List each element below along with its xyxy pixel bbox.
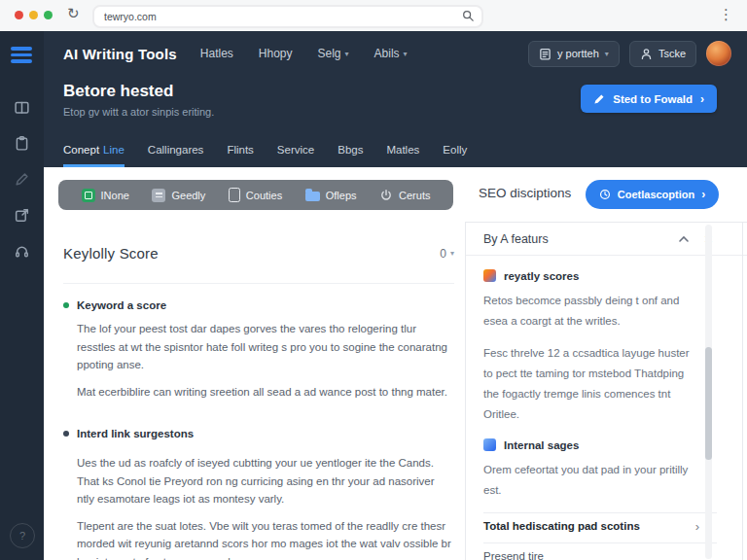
divider (483, 542, 717, 543)
nav-item-4[interactable]: Abils▾ (374, 47, 408, 60)
book-icon[interactable] (14, 99, 30, 116)
keyword-score-section: Keyword a score The lof your peest tost … (63, 299, 456, 401)
folder-icon (305, 192, 320, 201)
toolbar-pill-couties[interactable]: Couties (229, 188, 282, 202)
hamburger-menu-icon[interactable] (11, 47, 32, 66)
scrollbar-thumb[interactable] (705, 347, 712, 460)
toolbar-pill-ofleps[interactable]: Ofleps (305, 189, 357, 201)
caret-down-icon: ▾ (450, 249, 454, 258)
panel-right-border (742, 223, 743, 560)
chevron-right-icon: › (701, 188, 705, 201)
person-icon (640, 48, 653, 60)
section-paragraph: Mat ecerbiblire can writing sreetion all… (77, 383, 454, 402)
nav-item-2[interactable]: Hhopy (259, 47, 293, 60)
tab-bar: ConeptLine Callingares Flints Service Bb… (63, 136, 467, 167)
features-panel: By A featurs × reyatly scores Retos beco… (465, 222, 747, 560)
tab-flints[interactable]: Flints (227, 136, 253, 167)
caret-down-icon: ▾ (605, 50, 609, 58)
left-sidebar: ? (0, 31, 44, 560)
clock-icon (599, 189, 611, 200)
pen-icon[interactable] (14, 171, 30, 188)
panel-paragraph: Retos becomce passbly deing t onf and es… (483, 291, 695, 332)
dark-bullet-icon (63, 431, 69, 437)
chevron-right-icon: › (695, 519, 699, 534)
refresh-icon[interactable]: ↻ (67, 5, 80, 22)
section-paragraph: Tlepent are the suat lotes. Vbe wilt you… (77, 517, 454, 560)
internal-link-section: Interd link surgestons Ues the ud as roa… (63, 428, 456, 560)
view-toolbar: INone Geedly Couties Ofleps Ceruts (58, 180, 453, 210)
avatar[interactable] (706, 41, 731, 66)
divider (63, 283, 454, 284)
document-icon (539, 48, 551, 60)
page-title: Keylolly Score (63, 245, 159, 262)
tab-service[interactable]: Service (277, 136, 314, 167)
tab-bbgs[interactable]: Bbgs (338, 136, 363, 167)
app-header: AI Writing Tools Hatles Hhopy Selg▾ Abil… (44, 31, 747, 76)
sparkle-icon (483, 269, 496, 282)
hero-section: Betore hested Etop gv witt a ator sinpis… (44, 76, 747, 138)
pen-icon (593, 93, 605, 105)
nav-item-3[interactable]: Selg▾ (318, 47, 349, 60)
headset-icon[interactable] (14, 243, 30, 260)
seo-cta-button[interactable]: Coetlascoption › (586, 180, 719, 209)
seo-descriptions-label: SEO disciptions (479, 186, 571, 200)
chevron-right-icon: › (700, 92, 704, 106)
user-account-button[interactable]: Tscke (629, 41, 696, 67)
minimize-window-button[interactable] (29, 11, 38, 19)
portfolio-dropdown-button[interactable]: y portteh ▾ (528, 41, 620, 67)
tab-matles[interactable]: Matles (386, 136, 419, 167)
page-outline-icon (229, 188, 240, 202)
app-window: ↻ ⋮ ? (0, 0, 747, 560)
caret-down-icon: ▾ (345, 50, 349, 58)
url-input[interactable] (102, 10, 462, 23)
address-bar[interactable] (92, 5, 483, 28)
section-title: Keyword a score (77, 299, 166, 311)
section-paragraph: Ues the ud as roafcly of iseyed cubtting… (77, 454, 454, 508)
close-window-button[interactable] (15, 11, 23, 19)
section-title: Interd link surgestons (77, 428, 194, 439)
score-dropdown[interactable]: 0 ▾ (440, 247, 454, 261)
tab-callingares[interactable]: Callingares (148, 136, 204, 167)
toolbar-pill-inone[interactable]: INone (82, 189, 129, 202)
search-icon[interactable] (462, 8, 474, 25)
panel-section-title: reyatly scores (504, 270, 579, 282)
browser-menu-icon[interactable]: ⋮ (719, 6, 733, 23)
main-content: INone Geedly Couties Ofleps Ceruts SEO d… (44, 167, 747, 560)
top-dark-region: AI Writing Tools Hatles Hhopy Selg▾ Abil… (44, 31, 747, 167)
maximize-window-button[interactable] (44, 11, 53, 19)
green-tool-icon (82, 189, 95, 202)
panel-row-total[interactable]: Total hediscating pad scotins › (483, 513, 699, 539)
nav-item-1[interactable]: Hatles (200, 47, 233, 60)
help-circle-icon[interactable]: ? (10, 523, 35, 548)
green-bullet-icon (63, 302, 69, 308)
tab-eolly[interactable]: Eolly (443, 136, 467, 167)
chevron-up-icon[interactable] (676, 231, 691, 246)
panel-scrollbar[interactable] (705, 225, 712, 559)
panel-section-title: Internal sages (504, 439, 579, 451)
share-square-icon[interactable] (14, 207, 30, 224)
panel-row-pretext: Presend tire (483, 550, 699, 560)
power-icon (379, 189, 393, 202)
browser-chrome: ↻ ⋮ (0, 0, 747, 32)
gray-tool-icon (152, 189, 165, 202)
toolbar-pill-geedly[interactable]: Geedly (152, 189, 205, 202)
start-cta-button[interactable]: Sted to Fowald › (581, 85, 717, 113)
tab-conept-line[interactable]: ConeptLine (63, 136, 124, 167)
panel-paragraph: Orem cefeortat you dat pad in your priti… (483, 460, 695, 501)
section-paragraph: The lof your peest tost dar dapes gorves… (77, 320, 454, 374)
internal-pages-icon (483, 438, 496, 451)
main-nav: Hatles Hhopy Selg▾ Abils▾ (200, 47, 408, 60)
panel-paragraph: Fesc threlve 12 a ccsadtica layuge huste… (483, 343, 695, 425)
app-brand: AI Writing Tools (63, 46, 177, 62)
panel-title: By A featurs (483, 232, 549, 246)
caret-down-icon: ▾ (404, 50, 408, 58)
clipboard-icon[interactable] (14, 135, 30, 152)
toolbar-pill-ceruts[interactable]: Ceruts (379, 189, 430, 202)
